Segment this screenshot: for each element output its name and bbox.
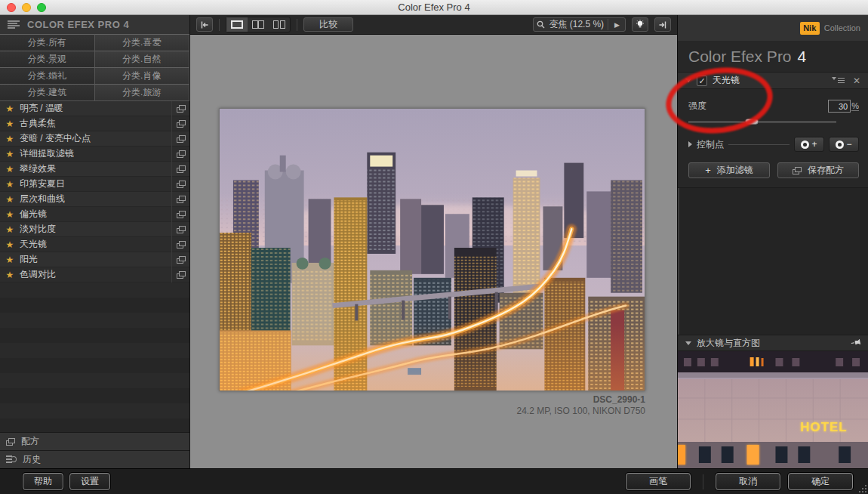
variants-button[interactable] [171,101,189,116]
resize-grip[interactable] [859,485,866,492]
collapse-right-panel-button[interactable] [654,17,671,32]
settings-panel: Nik Collection Color Efex Pro 4 ✓ 天光镜 ✕ … [677,15,868,468]
view-sidebyside-button[interactable] [269,17,290,32]
variants-button[interactable] [171,237,189,252]
control-points-disclosure[interactable] [688,141,692,147]
collapse-left-panel-button[interactable] [196,17,213,32]
category-button[interactable]: 分类.建筑 [0,84,95,101]
collapse-left-icon [200,20,209,29]
collapse-filter-icon[interactable] [685,79,691,82]
loupe-preview[interactable]: HOTEL [678,351,868,468]
copies-icon [177,256,186,264]
favorite-star-icon[interactable]: ★ [0,209,20,220]
sidebyside-view-icon [273,20,285,29]
variants-button[interactable] [171,147,189,162]
help-button[interactable]: 帮助 [23,473,63,490]
cityscape-photo [220,109,645,391]
category-button[interactable]: 分类.肖像 [94,67,190,85]
collapse-loupe-icon[interactable] [685,341,691,345]
image-canvas[interactable]: DSC_2990-1 24.2 MP, ISO 100, NIKON D750 [190,35,677,468]
settings-button[interactable]: 设置 [69,473,110,490]
favorite-star-icon[interactable]: ★ [0,179,20,190]
sidebar-title: COLOR EFEX PRO 4 [27,19,129,30]
category-button[interactable]: 分类.自然 [94,51,190,68]
favorite-star-icon[interactable]: ★ [0,239,20,250]
view-split-button[interactable] [248,17,269,32]
favorite-star-icon[interactable]: ★ [0,194,20,205]
variants-button[interactable] [171,192,189,207]
filter-list-item[interactable]: ★ 变暗 / 变亮中心点 [0,131,189,147]
category-button[interactable]: 分类.喜爱 [94,34,190,51]
favorite-star-icon[interactable]: ★ [0,270,20,280]
add-control-point-button[interactable]: + [794,137,824,152]
history-label: 历史 [23,453,41,466]
variants-button[interactable] [171,267,189,283]
slider-handle[interactable] [745,119,759,125]
view-single-button[interactable] [226,17,248,32]
zoom-step-button[interactable]: ▶ [612,21,622,29]
recipes-icon [6,438,15,446]
variants-button[interactable] [171,252,189,267]
filter-list-item[interactable]: ★ 印第安夏日 [0,177,189,192]
loupe-header[interactable]: 放大镜与直方图 [678,335,868,351]
favorite-star-icon[interactable]: ★ [0,224,20,235]
window-titlebar: Color Efex Pro 4 [0,0,868,15]
loupe-image: HOTEL [678,351,868,468]
favorite-star-icon[interactable]: ★ [0,164,20,174]
history-section-row[interactable]: 历史 [0,450,189,468]
category-button[interactable]: 分类.婚礼 [0,67,95,85]
strength-slider[interactable] [688,116,859,128]
remove-filter-button[interactable]: ✕ [853,76,860,86]
save-recipe-button[interactable]: 保存配方 [777,162,859,178]
filter-list-item[interactable]: ★ 明亮 / 温暖 [0,101,189,116]
slider-track[interactable] [688,122,836,122]
menu-icon[interactable] [8,20,20,29]
brush-button[interactable]: 画笔 [626,473,691,490]
filter-list-item[interactable]: ★ 古典柔焦 [0,116,189,131]
copies-icon [177,135,186,143]
filter-list-item[interactable]: ★ 偏光镜 [0,207,189,222]
zoom-control[interactable]: 变焦 (12.5 %) ▶ [533,17,626,32]
variants-button[interactable] [171,116,189,131]
filter-list-item[interactable]: ★ 详细提取滤镜 [0,147,189,162]
sidebar-header: COLOR EFEX PRO 4 [0,15,189,35]
favorite-star-icon[interactable]: ★ [0,103,20,114]
favorite-star-icon[interactable]: ★ [0,149,20,159]
favorite-star-icon[interactable]: ★ [0,134,20,144]
magnifier-icon [537,20,545,29]
recipes-label: 配方 [21,435,39,448]
filter-list-item[interactable]: ★ 阳光 [0,252,189,267]
pin-icon[interactable] [849,335,863,350]
menu-lines-icon [838,76,845,85]
category-button[interactable]: 分类.旅游 [94,84,190,101]
strength-value-input[interactable] [828,100,851,113]
filter-list-item[interactable]: ★ 翠绿效果 [0,162,189,177]
category-button[interactable]: 分类.所有 [0,34,95,51]
variants-button[interactable] [171,207,189,222]
cancel-button[interactable]: 取消 [716,473,780,490]
zoom-level-label: 变焦 (12.5 %) [549,18,604,31]
copies-icon [177,241,186,249]
lightbulb-button[interactable] [632,17,648,32]
recipes-section-row[interactable]: 配方 [0,432,189,450]
compare-button[interactable]: 比较 [303,17,353,32]
variants-button[interactable] [171,222,189,237]
filter-list-item[interactable]: ★ 色调对比 [0,267,189,283]
favorite-star-icon[interactable]: ★ [0,255,20,265]
history-icon [6,455,17,465]
variants-button[interactable] [171,131,189,147]
add-filter-button[interactable]: + 添加滤镜 [688,162,770,178]
control-points-label: 控制点 [697,138,724,151]
filter-list-item[interactable]: ★ 天光镜 [0,237,189,252]
filter-list-item[interactable]: ★ 层次和曲线 [0,192,189,207]
category-button[interactable]: 分类.景观 [0,51,95,68]
filter-enabled-checkbox[interactable]: ✓ [697,76,707,86]
ok-button[interactable]: 确定 [788,473,853,490]
variants-button[interactable] [171,162,189,177]
filter-menu-button[interactable] [832,76,845,85]
favorite-star-icon[interactable]: ★ [0,119,20,129]
remove-control-point-button[interactable]: − [829,137,859,152]
main-image[interactable] [219,108,645,391]
variants-button[interactable] [171,177,189,192]
filter-list-item[interactable]: ★ 淡对比度 [0,222,189,237]
